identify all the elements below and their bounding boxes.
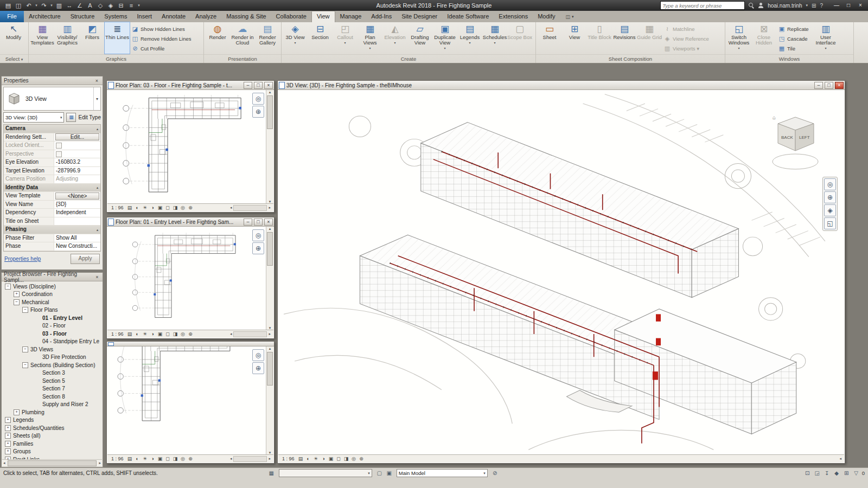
restore-button[interactable]: □ [254,82,263,89]
detail-level-icon[interactable]: ▤ [126,204,133,211]
property-row[interactable]: Dependency Independent [4,209,100,217]
view-reference-button[interactable]: ◈ View Reference [662,34,711,43]
tab-architecture[interactable]: Architecture [24,11,66,22]
property-row[interactable]: Locked Orient... [4,142,100,150]
thin-lines-button[interactable]: ≣ Thin Lines [105,22,130,54]
scroll-right-icon[interactable]: ▸ [98,461,102,465]
view-templates-button[interactable]: ▦ View Templates [30,22,55,54]
tree-expand-toggle[interactable]: + [5,417,11,423]
help-icon[interactable]: ? [820,3,823,9]
design-options-combo[interactable]: Main Model ▾ [397,469,488,477]
app-maximize-button[interactable]: □ [843,1,854,10]
temporary-view-properties-icon[interactable]: ⊛ [187,455,194,462]
elevation-button[interactable]: ◭ Elevation ▾ [382,22,407,54]
tree-expand-toggle[interactable]: + [14,409,20,415]
tree-expand-toggle[interactable]: − [22,346,28,352]
tree-item[interactable]: 02 - Floor [2,322,103,330]
undo-dropdown-icon[interactable]: ▾ [34,1,39,10]
ribbon-display-toggle[interactable]: ◫ ▾ [566,11,574,22]
section-icon[interactable]: ⊟ [116,1,126,10]
tab-view[interactable]: View [311,11,335,23]
tree-expand-toggle[interactable]: + [5,433,11,439]
property-row[interactable]: Phase New Constructi... [4,242,100,251]
user-interface-button[interactable]: ▥ User Interface ▾ [813,22,838,54]
sign-in-user-icon[interactable] [758,3,764,9]
schedules-button[interactable]: ▦ Schedules ▾ [482,22,507,54]
shadows-icon[interactable]: ◑ [149,331,156,337]
scale-indicator[interactable]: 1 : 96 [109,331,126,337]
render-button[interactable]: ◍ Render [205,22,230,54]
scroll-left-icon[interactable]: ◂ [229,206,233,210]
type-selector[interactable]: 3D View ▾ [3,87,101,111]
window-titlebar[interactable]: Floor Plan: 03 - Floor - Fire Fighting S… [107,81,274,90]
project-browser-titlebar[interactable]: Project Browser - Fire Fighting Sampl...… [2,273,103,281]
sun-path-icon[interactable]: ☀ [312,455,320,462]
tree-expand-toggle[interactable]: − [14,299,20,305]
property-row[interactable]: Phase Filter Show All [4,234,100,243]
view-selector-combo[interactable]: 3D View: {3D} ▾ [3,112,64,123]
zoom-icon[interactable]: ⊕ [824,191,836,203]
design-options-icon[interactable]: ▣ [385,469,393,477]
viewcube-home-icon[interactable]: ⌂ [773,114,776,120]
open-icon[interactable]: ▤ [3,1,13,10]
minimize-button[interactable]: – [244,82,252,89]
crop-view-icon[interactable]: ▣ [157,204,164,211]
tab-collaborate[interactable]: Collaborate [271,11,311,22]
property-row[interactable]: Rendering Sett... Edit... [4,133,100,142]
scroll-left-icon[interactable]: ◂ [229,457,233,461]
scope-box-button[interactable]: ▢ Scope Box [507,22,532,54]
scale-indicator[interactable]: 1 : 96 [280,456,297,461]
cut-profile-button[interactable]: ⊘ Cut Profile [130,43,193,53]
window-titlebar[interactable]: 3D View: {3D} - Fire Fighting Sample - t… [278,81,845,90]
detail-level-icon[interactable]: ▤ [297,455,304,462]
matchline-button[interactable]: ≀ Matchline [662,24,711,34]
exclude-options-icon[interactable]: ⊘ [491,469,499,477]
callout-button[interactable]: ◰ Callout ▾ [333,22,358,54]
render-in-cloud-button[interactable]: ☁ Render in Cloud [230,22,255,54]
select-underlay-elements-icon[interactable]: ◲ [813,469,821,477]
print-icon[interactable]: ▥ [54,1,64,10]
horizontal-scrollbar[interactable] [233,456,267,462]
browser-horizontal-scrollbar[interactable]: ◂ ▸ [2,459,102,466]
close-button[interactable]: × [835,82,844,89]
tree-item[interactable]: Section 5 [2,377,103,385]
redo-icon[interactable]: ↷ [39,1,49,10]
tree-item[interactable]: − 3D Views [2,345,103,354]
viewcube-compass-ring[interactable] [773,154,818,169]
tree-item[interactable]: + Schedules/Quantities [2,424,103,432]
property-row[interactable]: Perspective [4,150,100,159]
duplicate-view-button[interactable]: ▣ Duplicate View ▾ [432,22,457,54]
shadows-icon[interactable]: ◑ [320,455,327,462]
sun-path-icon[interactable]: ☀ [142,204,149,211]
drag-on-selection-icon[interactable]: ⊞ [843,469,851,477]
tab-extensions[interactable]: Extensions [494,11,533,22]
file-tab[interactable]: File [0,11,24,22]
temporary-hide-isolate-icon[interactable]: ◨ [172,455,179,462]
exchange-apps-icon[interactable]: ⊞ [812,3,816,9]
scrollbar-thumb[interactable] [267,232,273,266]
worksets-icon[interactable]: ▦ [267,469,276,477]
visibility-graphics-button[interactable]: ▥ Visibility/ Graphics [55,22,80,54]
tab-structure[interactable]: Structure [66,11,100,22]
temporary-view-properties-icon[interactable]: ⊛ [358,455,365,462]
tree-item[interactable]: 04 - Standpipe Entry Le [2,338,103,346]
sun-path-icon[interactable]: ☀ [142,331,149,337]
text-icon[interactable]: A [85,1,95,10]
select-pinned-elements-icon[interactable]: ↧ [823,469,831,477]
scale-indicator[interactable]: 1 : 96 [109,456,126,461]
scroll-left-icon[interactable]: ◂ [2,461,7,465]
visual-style-icon[interactable]: ◐ [134,204,141,211]
tree-expand-toggle[interactable]: − [22,307,28,313]
tab-add-ins[interactable]: Add-Ins [366,11,397,22]
close-button[interactable]: × [264,82,273,89]
reveal-hidden-elements-icon[interactable]: ◎ [180,331,187,337]
tree-expand-toggle[interactable]: + [5,448,11,454]
scroll-up-icon[interactable]: ▴ [269,346,271,351]
tree-item[interactable]: + Legends [2,416,103,425]
windows-panel-label[interactable]: Windows [725,54,853,63]
tab-massing-site[interactable]: Massing & Site [221,11,271,22]
restore-button[interactable]: □ [254,219,263,226]
crop-view-icon[interactable]: ▣ [157,455,164,462]
tab-systems[interactable]: Systems [99,11,132,22]
create-panel-label[interactable]: Create [282,54,535,63]
